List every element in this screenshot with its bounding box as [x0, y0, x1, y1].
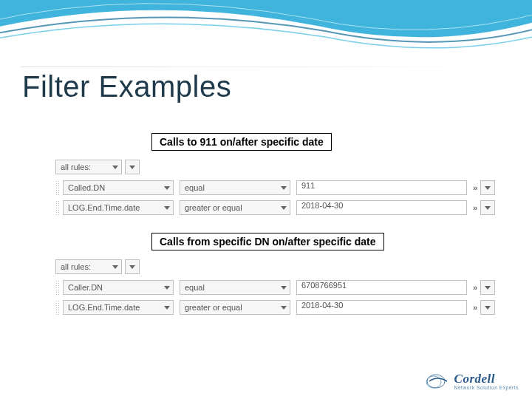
chevron-down-icon: [112, 265, 118, 269]
rules-mode-select[interactable]: all rules:: [55, 259, 122, 274]
chevron-down-icon: [485, 206, 491, 210]
chevron-down-icon: [112, 166, 118, 169]
rule-menu-button[interactable]: [480, 180, 495, 195]
drag-handle-icon[interactable]: [55, 280, 60, 295]
operator-label: greater or equal: [185, 303, 242, 312]
field-label: LOG.End.Time.date: [68, 303, 140, 312]
chevron-down-icon: [164, 206, 170, 210]
page-title: Filter Examples: [22, 70, 231, 103]
chevron-down-icon: [129, 265, 135, 269]
rules-mode-select[interactable]: all rules:: [55, 160, 122, 174]
filter-group-a: all rules: Called.DN equal 911 »: [55, 158, 495, 216]
operator-label: equal: [185, 283, 205, 292]
caption-box-2: Calls from specific DN on/after specific…: [151, 233, 384, 250]
rules-mode-label: all rules:: [61, 163, 91, 171]
drag-handle-icon[interactable]: [55, 300, 60, 315]
chevron-down-icon: [281, 286, 287, 290]
operator-label: greater or equal: [185, 203, 242, 212]
operator-select[interactable]: greater or equal: [180, 300, 290, 315]
brand-tagline: Network Solution Experts: [454, 386, 519, 391]
rule-menu-button[interactable]: [480, 300, 495, 315]
chevron-down-icon: [281, 186, 287, 190]
brand-mark-icon: [425, 372, 450, 390]
chevron-down-icon: [164, 286, 170, 290]
chevron-down-icon: [129, 166, 135, 169]
field-label: LOG.End.Time.date: [68, 203, 140, 212]
chevron-down-icon: [281, 206, 287, 210]
filter-rule-row: Called.DN equal 911 »: [55, 179, 495, 197]
drag-handle-icon[interactable]: [55, 180, 60, 195]
filter-rule-row: LOG.End.Time.date greater or equal 2018-…: [55, 299, 495, 316]
field-label: Caller.DN: [68, 283, 103, 292]
filter-group-a-header: all rules:: [55, 158, 495, 176]
field-label: Called.DN: [68, 183, 105, 192]
value-input[interactable]: 911: [296, 180, 467, 195]
add-group-button[interactable]: [125, 259, 140, 274]
operator-select[interactable]: greater or equal: [180, 200, 290, 215]
add-group-button[interactable]: [125, 160, 140, 174]
value-input[interactable]: 2018-04-30: [296, 300, 467, 315]
content-area: Calls to 911 on/after specific date all …: [22, 133, 510, 318]
caption-box-1: Calls to 911 on/after specific date: [151, 133, 332, 151]
operator-select[interactable]: equal: [180, 180, 290, 195]
value-input[interactable]: 2018-04-30: [296, 200, 467, 215]
field-select[interactable]: LOG.End.Time.date: [63, 200, 174, 215]
chevron-right-icon: »: [473, 303, 477, 312]
decorative-swoosh: [0, 0, 532, 66]
operator-select[interactable]: equal: [180, 280, 290, 295]
brand-logo: Cordell Network Solution Experts: [425, 372, 519, 391]
chevron-right-icon: »: [473, 183, 477, 192]
chevron-right-icon: »: [473, 283, 477, 292]
brand-name: Cordell: [454, 372, 519, 385]
filter-rule-row: LOG.End.Time.date greater or equal 2018-…: [55, 199, 495, 216]
rule-menu-button[interactable]: [480, 200, 495, 215]
value-input[interactable]: 6708766951: [296, 280, 467, 295]
drag-handle-icon[interactable]: [55, 200, 60, 215]
field-select[interactable]: Caller.DN: [63, 280, 174, 295]
chevron-down-icon: [485, 286, 491, 290]
chevron-down-icon: [281, 306, 287, 310]
field-select[interactable]: LOG.End.Time.date: [63, 300, 174, 315]
chevron-down-icon: [164, 186, 170, 190]
operator-label: equal: [185, 183, 205, 192]
filter-group-b: all rules: Caller.DN equal: [55, 258, 495, 316]
chevron-right-icon: »: [473, 203, 477, 212]
filter-group-b-header: all rules:: [55, 258, 495, 276]
rule-menu-button[interactable]: [480, 280, 495, 295]
chevron-down-icon: [485, 306, 491, 310]
rules-mode-label: all rules:: [61, 262, 91, 271]
chevron-down-icon: [164, 306, 170, 310]
decorative-rule: [21, 66, 511, 67]
chevron-down-icon: [485, 186, 491, 190]
field-select[interactable]: Called.DN: [63, 180, 174, 195]
filter-rule-row: Caller.DN equal 6708766951 »: [55, 279, 495, 296]
